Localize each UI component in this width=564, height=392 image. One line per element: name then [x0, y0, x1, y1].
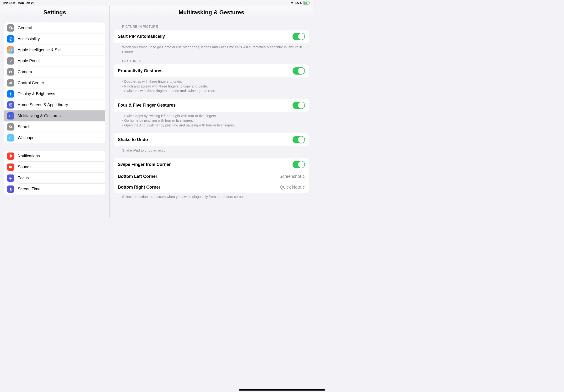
svg-rect-24 — [10, 115, 12, 117]
svg-line-18 — [12, 93, 12, 93]
main-title: Multitasking & Gestures — [110, 6, 313, 20]
sidebar-item-home-screen[interactable]: Home Screen & App Library — [4, 99, 105, 111]
up-down-chevron-icon — [303, 185, 305, 189]
control-center-icon — [7, 79, 14, 86]
camera-icon — [7, 68, 14, 76]
hourglass-icon — [7, 185, 14, 193]
sidebar-item-sounds[interactable]: Sounds — [4, 162, 105, 173]
svg-point-8 — [10, 82, 11, 83]
svg-line-29 — [11, 127, 12, 128]
row-shake-to-undo: Shake to Undo — [114, 133, 309, 146]
sidebar-item-notifications[interactable]: Notifications — [4, 151, 105, 162]
sidebar: Settings General Accessibility Apple Int… — [0, 6, 110, 218]
svg-rect-21 — [11, 104, 12, 104]
svg-rect-7 — [10, 83, 12, 84]
multitasking-icon — [7, 112, 14, 120]
moon-icon — [7, 174, 14, 182]
sidebar-item-label: Wallpaper — [18, 136, 36, 140]
footer-pip: When you swipe up to go Home or use othe… — [114, 43, 309, 55]
sidebar-item-multitasking-gestures[interactable]: Multitasking & Gestures — [4, 111, 105, 121]
svg-line-15 — [10, 93, 10, 93]
svg-line-16 — [12, 95, 12, 95]
sidebar-group-1: General Accessibility Apple Intelligence… — [4, 22, 105, 143]
row-bottom-left-corner[interactable]: Bottom Left Corner Screenshot — [114, 171, 309, 182]
toggle-shake-to-undo[interactable] — [292, 136, 305, 143]
toggle-start-pip[interactable] — [292, 33, 305, 40]
sidebar-title: Settings — [0, 6, 110, 20]
svg-point-28 — [10, 126, 12, 128]
svg-rect-2 — [309, 2, 310, 4]
svg-point-4 — [11, 38, 11, 38]
row-label: Four & Five Finger Gestures — [118, 103, 176, 108]
row-label: Bottom Left Corner — [118, 174, 157, 179]
row-label: Bottom Right Corner — [118, 185, 160, 190]
speaker-icon — [7, 164, 14, 171]
siri-icon — [7, 46, 14, 54]
search-icon — [7, 123, 14, 130]
sidebar-item-label: Multitasking & Gestures — [18, 113, 61, 118]
sidebar-item-label: General — [18, 26, 32, 30]
sidebar-item-display-brightness[interactable]: Display & Brightness — [4, 88, 105, 99]
svg-point-31 — [11, 138, 11, 138]
sidebar-item-label: Notifications — [18, 154, 40, 158]
toggle-four-five-gestures[interactable] — [292, 102, 305, 109]
sidebar-item-screen-time[interactable]: Screen Time — [4, 183, 105, 195]
sidebar-item-search[interactable]: Search — [4, 121, 105, 132]
sidebar-item-general[interactable]: General — [4, 22, 105, 33]
home-screen-icon — [7, 101, 14, 109]
toggle-productivity-gestures[interactable] — [292, 67, 305, 75]
footer-productivity: - Double-tap with three fingers to undo.… — [114, 77, 309, 94]
row-productivity-gestures: Productivity Gestures — [114, 64, 309, 77]
svg-line-17 — [10, 95, 10, 95]
row-label: Start PiP Automatically — [118, 34, 165, 39]
svg-point-25 — [9, 115, 10, 116]
svg-point-27 — [9, 116, 10, 117]
svg-point-5 — [10, 49, 12, 51]
row-start-pip: Start PiP Automatically — [114, 30, 309, 43]
row-label: Swipe Finger from Corner — [118, 162, 171, 167]
sidebar-item-camera[interactable]: Camera — [4, 67, 105, 77]
sidebar-item-label: Focus — [18, 176, 29, 181]
status-bar: 3:23 AM Mon Jan 20 65% — [0, 0, 313, 6]
sidebar-item-focus[interactable]: Focus — [4, 173, 105, 183]
status-date: Mon Jan 20 — [17, 1, 34, 5]
svg-rect-1 — [303, 2, 307, 4]
toggle-swipe-from-corner[interactable] — [292, 161, 305, 168]
battery-icon — [303, 1, 310, 4]
footer-corner: Select the action that occurs when you s… — [114, 193, 309, 200]
svg-point-26 — [9, 116, 10, 116]
sidebar-item-label: Search — [18, 125, 31, 129]
sidebar-item-label: Control Center — [18, 81, 44, 85]
svg-rect-22 — [10, 105, 11, 105]
sidebar-item-apple-pencil[interactable]: Apple Pencil — [4, 56, 105, 67]
svg-rect-23 — [11, 105, 12, 105]
svg-point-10 — [10, 93, 12, 95]
svg-rect-19 — [10, 103, 12, 106]
row-bottom-right-corner[interactable]: Bottom Right Corner Quick Note — [114, 182, 309, 193]
svg-rect-20 — [10, 104, 11, 104]
footer-fourfive: - Switch apps by swiping left and right … — [114, 112, 309, 128]
sidebar-item-label: Sounds — [18, 165, 31, 169]
sidebar-item-label: Screen Time — [18, 187, 40, 192]
brightness-icon — [7, 90, 14, 98]
bell-icon — [7, 153, 14, 160]
sidebar-item-label: Apple Pencil — [18, 58, 40, 63]
wallpaper-icon — [7, 134, 14, 141]
row-four-five-gestures: Four & Five Finger Gestures — [114, 99, 309, 112]
sidebar-item-control-center[interactable]: Control Center — [4, 77, 105, 88]
up-down-chevron-icon — [303, 175, 305, 179]
battery-percent: 65% — [295, 1, 302, 5]
row-value: Quick Note — [280, 185, 305, 190]
sidebar-group-2: Notifications Sounds Focus Screen Time — [4, 151, 105, 195]
sidebar-item-label: Accessibility — [18, 37, 40, 41]
sidebar-item-apple-intelligence-siri[interactable]: Apple Intelligence & Siri — [4, 44, 105, 56]
footer-shake: Shake iPad to undo an action. — [114, 146, 309, 154]
row-label: Productivity Gestures — [118, 68, 163, 73]
section-header-gestures: Gestures — [114, 55, 309, 64]
sidebar-item-label: Apple Intelligence & Siri — [18, 48, 61, 52]
sidebar-item-wallpaper[interactable]: Wallpaper — [4, 132, 105, 143]
sidebar-item-label: Display & Brightness — [18, 92, 55, 96]
status-time: 3:23 AM — [3, 1, 15, 5]
accessibility-icon — [7, 35, 14, 42]
sidebar-item-accessibility[interactable]: Accessibility — [4, 33, 105, 44]
